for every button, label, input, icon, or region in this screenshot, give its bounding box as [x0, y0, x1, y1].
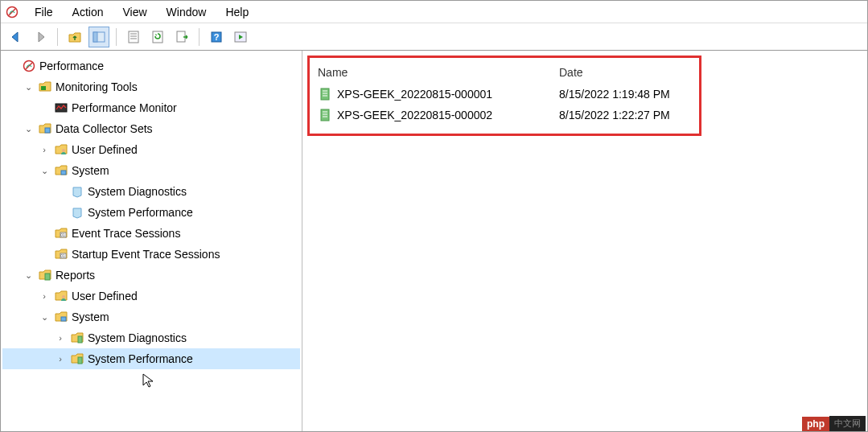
- menu-file[interactable]: File: [31, 4, 56, 20]
- export-button[interactable]: [171, 27, 192, 47]
- back-button[interactable]: [6, 27, 27, 47]
- tree-label: System: [72, 164, 109, 177]
- folder-icon: [38, 121, 52, 136]
- expander-icon[interactable]: ⌄: [22, 124, 35, 134]
- folder-system-icon: [54, 310, 68, 324]
- collector-icon: [70, 184, 84, 199]
- folder-report-icon: [70, 352, 84, 366]
- app-icon: [6, 6, 19, 19]
- item-date: 8/15/2022 1:19:48 PM: [556, 88, 694, 101]
- tree-event-trace-sessions[interactable]: ▸ 01 Event Trace Sessions: [2, 223, 300, 244]
- tree-panel: ▾ Performance ⌄ Monitoring Tools ▸ Perfo…: [1, 51, 302, 432]
- svg-text:01: 01: [60, 253, 65, 258]
- menu-view[interactable]: View: [119, 4, 150, 20]
- tree-reports[interactable]: ⌄ Reports: [2, 265, 300, 286]
- tree-rep-system-diagnostics[interactable]: › System Diagnostics: [2, 327, 300, 348]
- svg-point-25: [62, 295, 65, 298]
- tree-rep-user-defined[interactable]: › User Defined: [2, 286, 300, 307]
- svg-rect-33: [321, 109, 329, 121]
- tree-dcs-user-defined[interactable]: › User Defined: [2, 139, 300, 160]
- tree-data-collector-sets[interactable]: ⌄ Data Collector Sets: [2, 118, 300, 139]
- tree-label: Data Collector Sets: [56, 122, 153, 135]
- svg-text:01: 01: [60, 232, 65, 237]
- tree-dcs-system-performance[interactable]: ▸ System Performance: [2, 202, 300, 223]
- expander-icon[interactable]: ›: [38, 291, 51, 301]
- svg-rect-19: [61, 171, 66, 175]
- list-header: Name Date: [315, 61, 694, 84]
- tree-dcs-system[interactable]: ⌄ System: [2, 160, 300, 181]
- tree-performance-monitor[interactable]: ▸ Performance Monitor: [2, 97, 300, 118]
- menubar: File Action View Window Help: [1, 1, 867, 23]
- tree-label: Monitoring Tools: [56, 80, 138, 93]
- forward-button[interactable]: [30, 27, 51, 47]
- svg-text:?: ?: [214, 32, 220, 42]
- svg-rect-27: [78, 336, 82, 343]
- tree-dcs-system-diagnostics[interactable]: ▸ System Diagnostics: [2, 181, 300, 202]
- report-icon: [318, 108, 332, 122]
- tree-monitoring-tools[interactable]: ⌄ Monitoring Tools: [2, 76, 300, 97]
- tree-label: Performance: [39, 60, 104, 72]
- tree-label: System Diagnostics: [88, 331, 187, 344]
- performance-icon: [22, 59, 36, 73]
- tree-label: System Performance: [88, 352, 193, 365]
- svg-rect-24: [45, 274, 50, 280]
- tree-label: Reports: [56, 269, 95, 282]
- svg-rect-26: [61, 317, 66, 321]
- expander-icon[interactable]: ›: [54, 333, 67, 343]
- tree-rep-system[interactable]: ⌄ System: [2, 307, 300, 327]
- tree-root-performance[interactable]: ▾ Performance: [2, 56, 300, 76]
- item-name: XPS-GEEK_20220815-000002: [337, 109, 492, 121]
- folder-icon: [38, 80, 52, 94]
- expander-icon[interactable]: ›: [54, 354, 67, 364]
- toolbar-separator: [199, 28, 200, 46]
- tree-rep-system-performance[interactable]: › System Performance: [2, 348, 300, 369]
- show-hide-tree-button[interactable]: [88, 27, 109, 47]
- svg-rect-3: [93, 32, 97, 42]
- menu-help[interactable]: Help: [222, 4, 252, 20]
- tree-label: Event Trace Sessions: [72, 227, 180, 240]
- svg-rect-8: [153, 31, 162, 43]
- svg-rect-17: [45, 128, 50, 133]
- menu-action[interactable]: Action: [69, 4, 107, 20]
- folder-reports-icon: [38, 268, 52, 282]
- content-panel: Name Date XPS-GEEK_20220815-000001 8/15/…: [302, 51, 867, 432]
- expander-icon[interactable]: ⌄: [22, 270, 35, 281]
- list-item[interactable]: XPS-GEEK_20220815-000001 8/15/2022 1:19:…: [315, 84, 694, 105]
- svg-rect-28: [78, 357, 82, 364]
- expander-icon[interactable]: ⌄: [38, 166, 51, 176]
- expander-icon[interactable]: ⌄: [38, 312, 51, 323]
- monitor-icon: [54, 101, 68, 115]
- folder-report-icon: [70, 331, 84, 345]
- tree-label: Performance Monitor: [72, 101, 177, 114]
- folder-system-icon: [54, 163, 68, 178]
- column-header-date[interactable]: Date: [556, 66, 694, 79]
- menu-window[interactable]: Window: [163, 4, 210, 20]
- tree-label: User Defined: [72, 290, 138, 302]
- column-header-name[interactable]: Name: [315, 66, 556, 79]
- refresh-button[interactable]: [147, 27, 168, 47]
- properties-button[interactable]: [123, 27, 144, 47]
- highlight-box: Name Date XPS-GEEK_20220815-000001 8/15/…: [307, 56, 701, 136]
- tree-label: System: [72, 311, 109, 323]
- svg-point-18: [62, 149, 65, 152]
- main-area: ▾ Performance ⌄ Monitoring Tools ▸ Perfo…: [1, 51, 867, 432]
- expander-icon[interactable]: ›: [38, 145, 51, 154]
- report-icon: [318, 87, 332, 101]
- mouse-cursor-icon: [142, 372, 158, 389]
- tree-label: User Defined: [72, 143, 138, 156]
- up-folder-button[interactable]: [64, 27, 85, 47]
- folder-user-icon: [54, 142, 68, 157]
- watermark: php 中文网: [802, 416, 866, 431]
- tree-label: Startup Event Trace Sessions: [72, 248, 220, 261]
- list-item[interactable]: XPS-GEEK_20220815-000002 8/15/2022 1:22:…: [315, 105, 694, 125]
- item-date: 8/15/2022 1:22:27 PM: [556, 109, 694, 121]
- expander-icon[interactable]: ⌄: [22, 82, 35, 93]
- watermark-left: php: [802, 417, 829, 431]
- run-button[interactable]: [230, 27, 251, 47]
- folder-user-icon: [54, 289, 68, 303]
- svg-rect-4: [129, 31, 138, 43]
- watermark-right: 中文网: [829, 416, 866, 431]
- help-button[interactable]: ?: [206, 27, 227, 47]
- tree-startup-event-trace-sessions[interactable]: ▸ 01 Startup Event Trace Sessions: [2, 244, 300, 265]
- folder-trace-icon: 01: [54, 226, 68, 241]
